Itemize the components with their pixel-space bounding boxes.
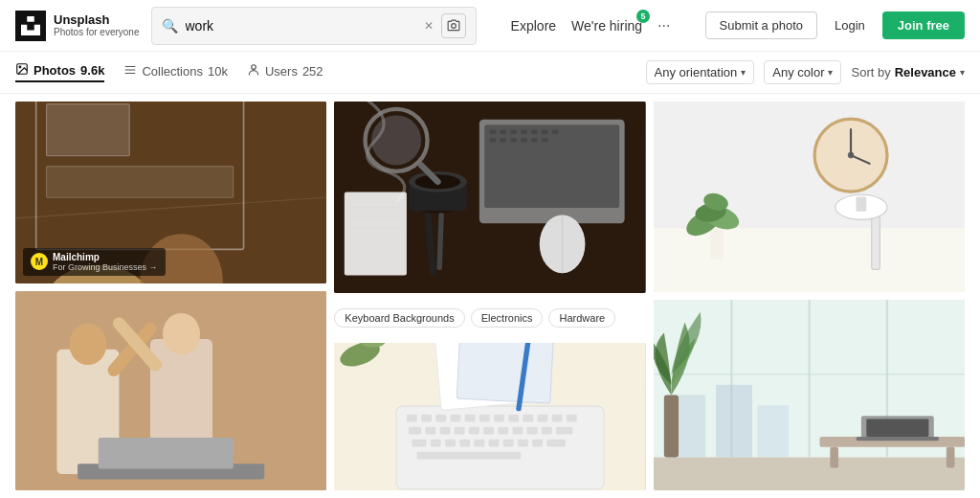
- color-chevron: ▾: [828, 67, 833, 78]
- photo-sketch[interactable]: M Mailchimp For Growing Businesses →: [15, 102, 326, 283]
- submit-photo-button[interactable]: Submit a photo: [705, 11, 817, 39]
- svg-rect-25: [490, 130, 497, 134]
- svg-rect-88: [417, 452, 521, 460]
- orientation-chevron: ▾: [741, 67, 746, 78]
- svg-rect-67: [409, 427, 421, 435]
- photo-notebook-keyboard[interactable]: [334, 343, 645, 490]
- logo-name: Unsplash: [54, 12, 140, 28]
- svg-rect-111: [654, 458, 965, 490]
- filter-controls: Any orientation ▾ Any color ▾ Sort by Re…: [646, 60, 965, 84]
- header-actions: Submit a photo Login Join free: [705, 11, 965, 39]
- wall-clock-svg: [654, 102, 965, 292]
- join-button[interactable]: Join free: [882, 11, 965, 39]
- collections-tab-label: Collections: [142, 64, 203, 79]
- svg-rect-60: [479, 415, 490, 422]
- svg-point-43: [371, 115, 421, 165]
- svg-rect-32: [490, 138, 497, 142]
- svg-rect-58: [451, 415, 461, 422]
- nav-explore[interactable]: Explore: [511, 18, 556, 34]
- svg-rect-26: [501, 130, 507, 134]
- svg-rect-63: [523, 415, 534, 422]
- mailchimp-logo-icon: M: [31, 253, 48, 270]
- filter-tabs: Photos 9.6k Collections 10k Users 252: [15, 62, 646, 82]
- svg-rect-62: [509, 415, 520, 422]
- svg-rect-34: [511, 138, 518, 142]
- photo-tags-row: Keyboard Backgrounds Electronics Hardwar…: [334, 305, 645, 331]
- svg-point-3: [252, 65, 256, 70]
- svg-rect-81: [460, 440, 471, 447]
- users-tab-count: 252: [302, 64, 323, 79]
- svg-rect-37: [542, 138, 548, 142]
- svg-point-17: [163, 312, 200, 353]
- clear-icon[interactable]: ✕: [424, 19, 434, 33]
- sort-value: Relevance: [895, 65, 956, 79]
- photo-wall-clock[interactable]: [654, 102, 965, 292]
- svg-rect-6: [47, 104, 130, 156]
- svg-rect-56: [421, 415, 432, 422]
- svg-rect-90: [457, 343, 554, 403]
- sort-chevron: ▾: [960, 67, 965, 78]
- svg-rect-30: [542, 130, 548, 134]
- nav-more[interactable]: ···: [657, 17, 670, 34]
- svg-rect-118: [757, 405, 789, 457]
- svg-rect-7: [47, 167, 234, 198]
- camera-search-icon[interactable]: [441, 13, 466, 38]
- search-input[interactable]: [186, 18, 416, 34]
- mailchimp-sub: For Growing Businesses →: [53, 262, 158, 272]
- svg-rect-103: [856, 197, 866, 212]
- nav-hiring[interactable]: We're hiring: [571, 18, 642, 34]
- mailchimp-text: Mailchimp For Growing Businesses →: [53, 252, 158, 272]
- svg-rect-125: [856, 437, 939, 441]
- svg-rect-24: [485, 124, 620, 208]
- grid-col-2: Keyboard Backgrounds Electronics Hardwar…: [334, 102, 645, 490]
- svg-rect-78: [412, 440, 427, 447]
- hiring-badge: 5: [636, 10, 650, 23]
- tag-electronics[interactable]: Electronics: [471, 308, 544, 328]
- orientation-dropdown[interactable]: Any orientation ▾: [646, 60, 755, 84]
- svg-rect-33: [501, 138, 507, 142]
- sort-prefix: Sort by: [851, 65, 890, 79]
- svg-point-2: [19, 66, 21, 68]
- users-tab-label: Users: [265, 64, 298, 79]
- color-dropdown[interactable]: Any color ▾: [764, 60, 841, 84]
- tag-keyboard[interactable]: Keyboard Backgrounds: [334, 308, 464, 328]
- svg-rect-21: [99, 438, 234, 469]
- notebook-keyboard-svg: [334, 343, 645, 490]
- tab-users[interactable]: Users 252: [247, 63, 323, 81]
- svg-rect-122: [946, 447, 954, 468]
- mailchimp-name: Mailchimp: [53, 252, 158, 262]
- tag-hardware[interactable]: Hardware: [548, 308, 615, 328]
- svg-rect-69: [440, 427, 451, 435]
- sort-control[interactable]: Sort by Relevance ▾: [851, 65, 965, 79]
- svg-rect-75: [527, 427, 538, 435]
- tags-container: Keyboard Backgrounds Electronics Hardwar…: [334, 301, 645, 335]
- search-bar[interactable]: 🔍 ✕: [151, 7, 477, 45]
- svg-point-16: [69, 323, 106, 364]
- svg-rect-29: [531, 130, 538, 134]
- login-button[interactable]: Login: [827, 12, 873, 38]
- photo-desk[interactable]: [334, 102, 645, 293]
- search-icon: 🔍: [162, 18, 178, 34]
- svg-rect-27: [511, 130, 518, 134]
- tab-photos[interactable]: Photos 9.6k: [15, 62, 104, 82]
- svg-rect-64: [538, 415, 548, 422]
- svg-rect-72: [483, 427, 494, 435]
- logo-text: Unsplash Photos for everyone: [54, 12, 140, 39]
- grid-col-3: [654, 102, 965, 490]
- nav-links: Explore We're hiring 5 ···: [488, 17, 694, 34]
- highfive-svg: [15, 291, 326, 490]
- svg-rect-124: [866, 419, 928, 436]
- photo-overlay-mailchimp: M Mailchimp For Growing Businesses →: [15, 240, 326, 283]
- svg-rect-101: [871, 213, 880, 270]
- svg-rect-117: [716, 385, 752, 458]
- svg-rect-68: [426, 427, 436, 435]
- photo-highfive[interactable]: [15, 291, 326, 490]
- grid-col-1: M Mailchimp For Growing Businesses →: [15, 102, 326, 490]
- unsplash-logo-icon[interactable]: [15, 11, 46, 41]
- photo-grid: M Mailchimp For Growing Businesses →: [0, 94, 980, 498]
- mailchimp-badge[interactable]: M Mailchimp For Growing Businesses →: [23, 248, 166, 276]
- svg-rect-96: [654, 228, 965, 292]
- svg-rect-82: [475, 440, 485, 447]
- photo-office-plants[interactable]: [654, 300, 965, 490]
- tab-collections[interactable]: Collections 10k: [123, 63, 228, 81]
